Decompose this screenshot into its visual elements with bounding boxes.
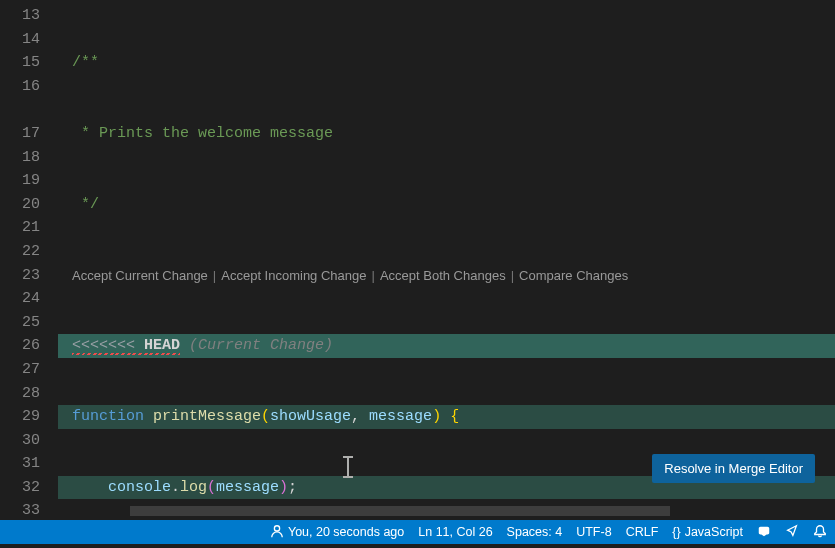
doc-comment: */ [72, 196, 99, 213]
status-blame[interactable]: You, 20 seconds ago [270, 524, 404, 541]
status-feedback[interactable] [785, 524, 799, 541]
compare-changes-link[interactable]: Compare Changes [519, 264, 628, 288]
merge-codelens: Accept Current Change| Accept Incoming C… [58, 264, 835, 288]
status-notifications[interactable] [813, 524, 827, 541]
editor-area: 13141516 1718192021222324252627282930313… [0, 0, 835, 520]
status-copilot[interactable] [757, 524, 771, 541]
status-encoding[interactable]: UTF-8 [576, 525, 611, 539]
accept-current-link[interactable]: Accept Current Change [72, 264, 208, 288]
accept-incoming-link[interactable]: Accept Incoming Change [221, 264, 366, 288]
feedback-icon [785, 524, 799, 541]
statusbar: You, 20 seconds ago Ln 11, Col 26 Spaces… [0, 520, 835, 544]
code-line: function printMessage(showUsage, message… [58, 405, 835, 429]
conflict-head-marker: <<<<<<< HEAD (Current Change) [58, 334, 835, 358]
svg-point-1 [761, 529, 763, 531]
status-indentation[interactable]: Spaces: 4 [507, 525, 563, 539]
copilot-icon [757, 524, 771, 541]
svg-point-2 [765, 529, 767, 531]
code-content[interactable]: /** * Prints the welcome message */ Acce… [58, 0, 835, 520]
bell-icon [813, 524, 827, 541]
line-gutter: 13141516 1718192021222324252627282930313… [0, 0, 58, 520]
status-eol[interactable]: CRLF [626, 525, 659, 539]
resolve-merge-button[interactable]: Resolve in Merge Editor [652, 454, 815, 483]
horizontal-scrollbar[interactable] [130, 506, 670, 516]
status-cursor-position[interactable]: Ln 11, Col 26 [418, 525, 492, 539]
text-cursor-bot [343, 476, 353, 478]
doc-comment: * Prints the welcome message [72, 125, 333, 142]
svg-point-0 [274, 525, 279, 530]
status-language[interactable]: {} JavaScript [672, 525, 743, 539]
accept-both-link[interactable]: Accept Both Changes [380, 264, 506, 288]
braces-icon: {} [672, 525, 680, 539]
person-icon [270, 524, 284, 541]
text-cursor [347, 456, 349, 478]
doc-comment: /** [72, 54, 99, 71]
